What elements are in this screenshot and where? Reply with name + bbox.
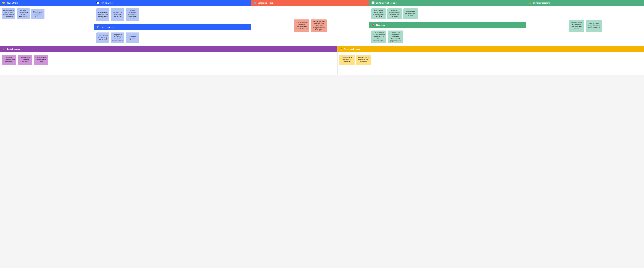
revenue-streams-icon: 💰 (340, 48, 343, 51)
list-item: User support through various channels (p… (371, 9, 386, 19)
revenue-streams-title: Revenue streams: (344, 48, 360, 50)
customer-segments-icon: 🥧 (528, 1, 532, 5)
key-activities-header: 💬 Key activities: (94, 0, 251, 6)
customer-relationships-column: 📊 Customer relationships: User support t… (369, 0, 526, 46)
key-activities-icon: 💬 (96, 1, 100, 5)
list-item: Strong network of property owners and ac… (111, 33, 124, 43)
list-item: Personalized recommendations for users (403, 9, 418, 19)
customer-segments-title: Customer segments: (533, 2, 551, 4)
cost-structure-icon: ✂️ (2, 48, 5, 51)
key-resources-header: 🔑 Key resources: (94, 24, 251, 30)
list-item: Payment processors for secure transactio… (17, 9, 30, 19)
list-item: Online platform and technology infrastru… (96, 33, 110, 43)
value-proposition-title: Value proposition: (258, 2, 274, 4)
revenue-streams-header: 💰 Revenue streams: (338, 46, 644, 52)
customer-segments-header: 🥧 Customer segments: (526, 0, 644, 6)
list-item: Ability for property owners to earn extr… (311, 20, 327, 32)
key-partners-icon: 🤝 (2, 1, 5, 5)
key-activities-column: 💬 Key activities: Managing and maintaini… (94, 0, 252, 46)
customer-segments-column: 🥧 Customer segments: Individuals looking… (526, 0, 644, 46)
key-partners-title: Key partners: (6, 2, 18, 4)
key-activities-body: Managing and maintaining the online plat… (94, 6, 251, 24)
bottom-section: ✂️ Cost structure: Technology developmen… (0, 46, 644, 75)
list-item: Marketing and partnerships to attract bo… (388, 31, 403, 43)
list-item: Online platform and mobile app for users… (371, 31, 386, 43)
channels-section: 📣 Channels: Online platform and mobile a… (369, 22, 526, 46)
value-proposition-icon: ⚙️ (253, 1, 257, 5)
list-item: Building maintaining relationships with … (126, 9, 139, 21)
key-resources-section: 🔑 Key resources: Online platform and tec… (94, 24, 251, 46)
revenue-streams-column: 💰 Revenue streams: Commission or service… (338, 46, 644, 75)
value-proposition-header: ⚙️ Value proposition: (252, 0, 369, 6)
list-item: Marketing and advertising partners (31, 9, 44, 19)
channels-header: 📣 Channels: (369, 22, 526, 28)
cost-structure-body: Technology development and maintenance M… (0, 52, 337, 75)
list-item: Ratings and reviews system to build trus… (387, 9, 402, 19)
customer-relationships-title: Customer relationships: (376, 2, 397, 4)
list-item: Customer support and operations costs (34, 55, 48, 65)
list-item: Brand and reputation (126, 33, 139, 43)
key-resources-icon: 🔑 (96, 25, 100, 29)
value-proposition-body: Convenient and affordable accommodation … (252, 6, 369, 46)
list-item: Commission or service fee on each bookin… (340, 55, 354, 65)
list-item: Property owners looking to monetize thei… (586, 20, 602, 32)
channels-title: Channels: (376, 24, 385, 26)
value-proposition-column: ⚙️ Value proposition: Convenient and aff… (252, 0, 369, 46)
cost-structure-title: Cost structure: (6, 48, 20, 50)
customer-relationships-icon: 📊 (371, 1, 374, 5)
list-item: Convenient and affordable accommodation … (294, 20, 310, 32)
top-section: 🤝 Key partners: Property owners who list… (0, 0, 644, 46)
key-activities-title: Key activities: (101, 2, 113, 4)
list-item: Additional fees for premium services or … (356, 55, 371, 65)
list-item: Property owners who list their accommoda… (2, 9, 15, 19)
key-resources-title: Key resources: (101, 26, 114, 28)
cost-structure-header: ✂️ Cost structure: (0, 46, 337, 52)
business-model-canvas: 🤝 Key partners: Property owners who list… (0, 0, 644, 75)
channels-icon: 📣 (371, 23, 374, 27)
revenue-streams-body: Commission or service fee on each bookin… (338, 52, 644, 75)
list-item: Marketing and advertising expenses (18, 55, 32, 65)
channels-body: Online platform and mobile app for users… (369, 28, 526, 46)
key-resources-body: Online platform and technology infrastru… (94, 30, 251, 46)
customer-segments-body: Individuals looking for affordable accom… (526, 6, 644, 46)
key-activities-top: 💬 Key activities: Managing and maintaini… (94, 0, 251, 24)
customer-relationships-body: User support through various channels (p… (369, 6, 526, 22)
customer-relationships-header: 📊 Customer relationships: (369, 0, 526, 6)
list-item: Marketing and promotion to attract users (111, 9, 124, 21)
customer-relationships-top: 📊 Customer relationships: User support t… (369, 0, 526, 22)
list-item: Technology development and maintenance (2, 55, 16, 65)
key-partners-header: 🤝 Key partners: (0, 0, 94, 6)
list-item: Individuals looking for affordable accom… (569, 20, 584, 32)
key-partners-column: 🤝 Key partners: Property owners who list… (0, 0, 94, 46)
cost-structure-column: ✂️ Cost structure: Technology developmen… (0, 46, 338, 75)
list-item: Managing and maintaining the online plat… (96, 9, 110, 21)
key-partners-body: Property owners who list their accommoda… (0, 6, 94, 46)
